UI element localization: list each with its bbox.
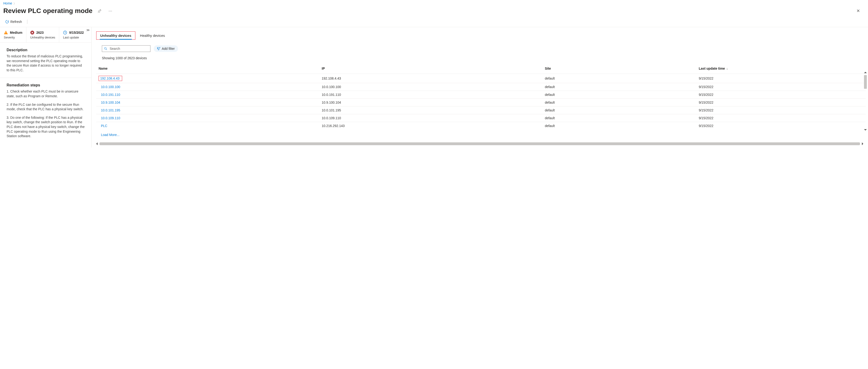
table-row[interactable]: PLC10.216.292.143default9/15/2022 (96, 122, 866, 130)
sort-desc-icon: ↓ (726, 67, 728, 70)
error-icon (30, 30, 34, 35)
device-site: default (542, 114, 696, 122)
col-header-site[interactable]: Site (542, 62, 696, 74)
device-site: default (542, 99, 696, 107)
table-row[interactable]: 10.0.101.19510.0.101.195default9/15/2022 (96, 107, 866, 114)
remediation-step-1: 1. Check whether each PLC must be in uns… (7, 89, 85, 98)
svg-line-5 (106, 49, 107, 50)
device-ip: 192.108.4.43 (319, 74, 542, 83)
metric-unhealthy-label: Unhealthy devices (30, 36, 55, 39)
device-ip: 10.0.100.100 (319, 83, 542, 91)
table-row[interactable]: 192.108.4.43192.108.4.43default9/15/2022 (96, 74, 866, 83)
scroll-up-arrow-icon (864, 72, 867, 73)
table-row[interactable]: 10.9.100.10410.9.100.104default9/15/2022 (96, 99, 866, 107)
table-row[interactable]: 10.0.191.11010.0.191.110default9/15/2022 (96, 91, 866, 99)
metric-severity-label: Severity (4, 36, 22, 39)
metric-updated-value: 9/15/2022 (69, 31, 84, 34)
pin-icon (98, 9, 101, 13)
chevron-double-right-icon: ≫ (86, 28, 90, 32)
device-name-link[interactable]: 10.0.101.195 (101, 108, 120, 112)
device-time: 9/15/2022 (696, 99, 866, 107)
device-name-link[interactable]: 10.0.100.100 (101, 85, 120, 89)
remediation-step-2: 2. If the PLC can be configured to the s… (7, 103, 85, 112)
search-input-wrap[interactable] (102, 45, 150, 52)
metric-unhealthy-value: 2623 (36, 31, 43, 34)
device-time: 9/15/2022 (696, 122, 866, 130)
device-site: default (542, 107, 696, 114)
close-icon: ✕ (857, 8, 860, 13)
devices-table: Name IP Site Last update time↓ 192.108.4… (96, 62, 866, 130)
device-time: 9/15/2022 (696, 74, 866, 83)
result-count: Showing 1000 of 2623 devices (92, 52, 868, 60)
scroll-right-arrow-icon (862, 142, 863, 145)
device-ip: 10.0.191.110 (319, 91, 542, 99)
col-header-time[interactable]: Last update time↓ (696, 62, 866, 74)
breadcrumb: Home 〉 (0, 0, 868, 6)
device-time: 9/15/2022 (696, 107, 866, 114)
device-site: default (542, 122, 696, 130)
table-row[interactable]: 10.0.100.10010.0.100.100default9/15/2022 (96, 83, 866, 91)
vertical-scrollbar[interactable] (864, 72, 867, 131)
device-ip: 10.0.109.110 (319, 114, 542, 122)
metric-updated: 9/15/2022 Last update (59, 27, 88, 42)
scroll-left-arrow-icon (96, 142, 98, 145)
device-ip: 10.216.292.143 (319, 122, 542, 130)
search-icon (104, 47, 107, 50)
remediation-heading: Remediation steps (7, 83, 85, 87)
description-section: Description To reduce the threat of mali… (0, 43, 91, 78)
pin-button[interactable] (96, 7, 103, 15)
table-row[interactable]: 10.0.109.11010.0.109.110default9/15/2022 (96, 114, 866, 122)
device-ip: 10.9.100.104 (319, 99, 542, 107)
device-name-link[interactable]: PLC (101, 124, 107, 128)
device-site: default (542, 83, 696, 91)
clock-icon (63, 30, 67, 35)
device-time: 9/15/2022 (696, 83, 866, 91)
description-body: To reduce the threat of malicious PLC pr… (7, 54, 85, 73)
remediation-step-3: 3. Do one of the following: If the PLC h… (7, 115, 85, 139)
col-header-name[interactable]: Name (96, 62, 319, 74)
page-title: Review PLC operating mode (3, 7, 92, 15)
refresh-label: Refresh (10, 20, 22, 24)
device-site: default (542, 74, 696, 83)
metrics-overflow-button[interactable]: ≫ (86, 28, 90, 32)
chevron-right-icon: 〉 (13, 2, 16, 5)
metric-updated-label: Last update (63, 36, 84, 39)
device-name-link[interactable]: 10.0.109.110 (101, 116, 120, 120)
toolbar-separator (27, 20, 27, 24)
device-ip: 10.0.101.195 (319, 107, 542, 114)
h-scroll-thumb[interactable] (99, 142, 860, 145)
device-site: default (542, 91, 696, 99)
search-input[interactable] (109, 47, 151, 51)
svg-rect-1 (6, 33, 6, 34)
close-button[interactable]: ✕ (854, 7, 862, 15)
device-time: 9/15/2022 (696, 91, 866, 99)
add-filter-button[interactable]: Add filter (154, 45, 178, 52)
ellipsis-icon: ⋯ (108, 9, 112, 13)
metrics-row: ≫ Medium Severity (0, 27, 91, 43)
horizontal-scrollbar[interactable] (96, 142, 863, 145)
refresh-icon (5, 20, 9, 24)
warning-icon (4, 30, 8, 35)
add-filter-label: Add filter (162, 47, 175, 51)
svg-point-4 (104, 48, 106, 49)
load-more-link[interactable]: Load More... (101, 133, 120, 137)
tab-unhealthy-devices[interactable]: Unhealthy devices (100, 32, 132, 39)
breadcrumb-home-link[interactable]: Home (3, 1, 12, 5)
col-header-ip[interactable]: IP (319, 62, 542, 74)
metric-severity: Medium Severity (0, 27, 26, 42)
metric-unhealthy: 2623 Unhealthy devices (26, 27, 59, 42)
scroll-down-arrow-icon (864, 129, 867, 131)
refresh-button[interactable]: Refresh (3, 19, 24, 25)
device-name-link[interactable]: 192.108.4.43 (100, 77, 120, 80)
svg-rect-0 (6, 32, 6, 33)
tab-healthy-devices[interactable]: Healthy devices (140, 32, 165, 39)
device-name-link[interactable]: 10.9.100.104 (101, 101, 120, 104)
scroll-thumb[interactable] (864, 75, 867, 89)
more-actions-button[interactable]: ⋯ (106, 7, 114, 15)
device-name-link[interactable]: 10.0.191.110 (101, 93, 120, 96)
filter-icon (157, 47, 160, 50)
metric-severity-value: Medium (10, 31, 22, 34)
device-time: 9/15/2022 (696, 114, 866, 122)
description-heading: Description (7, 48, 85, 52)
remediation-section: Remediation steps 1. Check whether each … (0, 78, 91, 147)
